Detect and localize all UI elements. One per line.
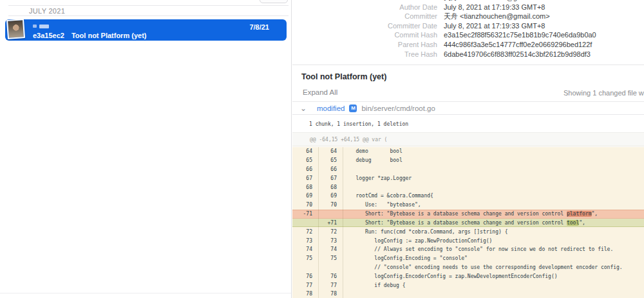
old-line-number: 77 [292, 281, 319, 290]
code-line: logConfig := zap.NewProductionConfig() [343, 238, 644, 244]
code-line: // "console" encoding needs to use the c… [343, 264, 644, 270]
file-status-label: modified [317, 104, 345, 112]
diff-table: 6464 demo bool6565 debug bool66666767 lo… [292, 147, 644, 298]
chevron-down-icon[interactable]: ⌄ [300, 105, 307, 112]
new-line-number: 68 [319, 183, 343, 192]
commit-list-item-selected[interactable]: 7/8/21 e3a15ec2Tool not Platform (yet) [5, 19, 287, 41]
metadata-value: July 8, 2021 at 17:19:33 GMT+8 [444, 21, 545, 31]
new-line-number: 67 [319, 174, 343, 183]
new-line-number: 75 [319, 254, 343, 263]
new-line-number: +71 [319, 219, 343, 228]
old-line-number: 66 [292, 165, 319, 174]
commit-summary-line: e3a15ec2Tool not Platform (yet) [33, 32, 146, 39]
commit-message-title: Tool not Platform (yet) [301, 72, 386, 81]
metadata-row: Commit Hashe3a15ec2f88f56321c75e1b81b9c7… [292, 30, 596, 40]
diff-row: 6969 rootCmd = &cobra.Command{ [292, 192, 644, 201]
panel-divider[interactable] [291, 0, 292, 298]
diff-row: 7575 logConfig.Encoding = "console" [292, 254, 644, 263]
commit-list-panel: JULY 2021 7/8/21 e3a15ec2Tool not Platfo… [0, 0, 291, 298]
metadata-row: Committer天舟 <tianzhouchen@gmail.com> [292, 12, 596, 21]
diff-row: 7676 logConfig.EncoderConfig = zap.NewDe… [292, 272, 644, 281]
section-divider [292, 65, 644, 65]
diff-row: 6464 demo bool [292, 147, 644, 156]
old-line-number: 69 [292, 192, 319, 201]
redacted-block [33, 25, 37, 28]
code-line: if debug { [343, 283, 644, 288]
commit-group-header: JULY 2021 [8, 5, 289, 16]
chunk-stats: 1 chunk, 1 insertion, 1 deletion [292, 115, 644, 132]
redacted-block [39, 25, 49, 28]
new-line-number: 66 [319, 165, 343, 174]
diff-row: 7373 logConfig := zap.NewProductionConfi… [292, 236, 644, 245]
new-line-number: 76 [319, 272, 343, 281]
new-line-number: 64 [319, 147, 343, 156]
new-line-number: 72 [319, 227, 343, 236]
code-line: Run: func(cmd *cobra.Command, args []str… [343, 229, 644, 235]
changed-files-summary: Showing 1 changed file with 1 add [564, 89, 644, 97]
diff-row: -71 Short: "Bytebase is a database schem… [292, 210, 644, 219]
metadata-row: Committer DateJuly 8, 2021 at 17:19:33 G… [292, 21, 596, 31]
old-line-number: 73 [292, 236, 319, 245]
diff-row: 7777 if debug { [292, 281, 644, 290]
old-line-number: 68 [292, 183, 319, 192]
old-line-number [292, 263, 319, 272]
new-line-number: 70 [319, 201, 343, 210]
changed-word: platform [567, 211, 592, 217]
commit-short-hash: e3a15ec2 [33, 32, 64, 39]
metadata-value: 444c986f3a3e5c14777cff0e2e0669296bed122f [444, 40, 592, 50]
new-line-number: 77 [319, 281, 343, 290]
old-line-number: -71 [292, 210, 319, 219]
new-line-number [319, 263, 343, 272]
code-line: demo bool [343, 148, 644, 154]
diff-row: 6666 [292, 165, 644, 174]
old-line-number: 64 [292, 147, 319, 156]
changed-file-row[interactable]: ⌄ modified M bin/server/cmd/root.go [292, 101, 644, 115]
code-line: logConfig.EncoderConfig = zap.NewDevelop… [343, 273, 644, 279]
metadata-label: Commit Hash [292, 30, 437, 40]
metadata-label: Parent Hash [292, 40, 437, 50]
metadata-row: Author DateJuly 8, 2021 at 17:19:33 GMT+… [292, 3, 596, 12]
author-name-redacted [33, 25, 49, 28]
diff-row: 7070 Use: "bytebase", [292, 201, 644, 210]
hunk-header: @@ -64,15 +64,15 @@ var ( [292, 132, 644, 146]
metadata-value: July 8, 2021 at 17:19:33 GMT+8 [444, 3, 545, 12]
metadata-row: Tree Hash6dabe419706c6f883ff02514c3bf261… [292, 50, 596, 59]
old-line-number: 70 [292, 201, 319, 210]
diff-row: 7474 // Always set encoding to "console"… [292, 245, 644, 254]
code-line: logger *zap.Logger [343, 175, 644, 181]
metadata-row: Parent Hash444c986f3a3e5c14777cff0e2e066… [292, 40, 596, 50]
diff-row: +71 Short: "Bytebase is a database schem… [292, 219, 644, 228]
changed-word: tool [567, 220, 579, 226]
metadata-list: Author天舟 <tianzhouchen@gmail.com>Author … [292, 0, 596, 59]
author-avatar [6, 19, 25, 39]
new-line-number: 65 [319, 156, 343, 165]
commit-message: Tool not Platform (yet) [71, 32, 147, 39]
commit-detail-panel: Author天舟 <tianzhouchen@gmail.com>Author … [292, 0, 644, 298]
commit-date-badge: 7/8/21 [249, 23, 269, 31]
new-line-number: 74 [319, 245, 343, 254]
old-line-number [292, 219, 319, 228]
new-line-number: 73 [319, 236, 343, 245]
metadata-value: e3a15ec2f88f56321c75e1b81b9c740e6da9b0a0 [444, 30, 596, 40]
old-line-number: 74 [292, 245, 319, 254]
old-line-number: 72 [292, 227, 319, 236]
code-line: Use: "bytebase", [343, 202, 644, 208]
diff-row: 6565 debug bool [292, 156, 644, 165]
diff-row: 6868 [292, 183, 644, 192]
metadata-label: Tree Hash [292, 50, 437, 59]
old-line-number: 75 [292, 254, 319, 263]
metadata-label: Committer [292, 12, 437, 21]
code-line: rootCmd = &cobra.Command{ [343, 193, 644, 199]
expand-all-button[interactable]: Expand All [303, 88, 337, 96]
code-line: logConfig.Encoding = "console" [343, 255, 644, 261]
diff-row: // "console" encoding needs to use the c… [292, 263, 644, 272]
old-line-number: 67 [292, 174, 319, 183]
modified-badge: M [349, 104, 357, 112]
metadata-value: 6dabe419706c6f883ff02514c3bf2612b9d98df3 [444, 50, 591, 59]
new-line-number [319, 210, 343, 219]
toolbar-button-fragment[interactable] [260, 0, 288, 3]
list-bottom-divider [0, 293, 291, 293]
metadata-label: Author Date [292, 3, 437, 12]
metadata-value: 天舟 <tianzhouchen@gmail.com> [444, 12, 550, 21]
diff-row: 6767 logger *zap.Logger [292, 174, 644, 183]
